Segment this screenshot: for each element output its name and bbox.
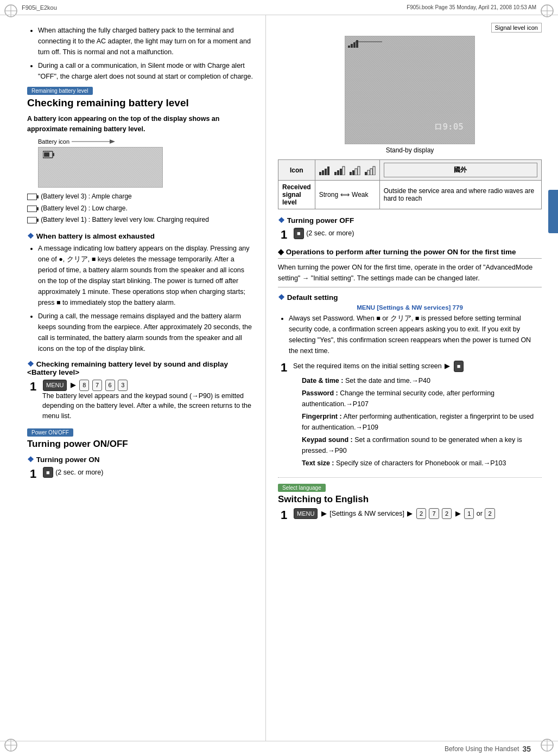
sig-icon-2 <box>350 165 360 175</box>
exhausted-body-2: During a call, the message remains displ… <box>38 311 253 354</box>
turning-off-step: 1 ■ (2 sec. or more) <box>278 228 542 242</box>
step-arrow: ▶ <box>445 361 450 371</box>
default-bullet: Always set Password. When ■ or クリア, ■ is… <box>289 313 542 356</box>
battery-heading: Checking remaining battery level <box>27 97 253 110</box>
select-language-section: Select language Switching to English 1 M… <box>278 483 542 522</box>
svg-marker-13 <box>110 139 115 144</box>
svg-rect-35 <box>352 170 354 175</box>
file-info: F905i.book Page 35 Monday, April 21, 200… <box>407 4 536 10</box>
sig-icon-3 <box>334 165 345 175</box>
step-num-1: 1 <box>27 467 39 481</box>
key-7b: 7 <box>429 508 439 520</box>
select-language-heading: Switching to English <box>278 494 542 505</box>
svg-rect-26 <box>319 172 321 175</box>
table-row-strong-weak: Strong ⟺ Weak <box>315 181 379 209</box>
battery-intro: A battery icon appearing on the top of t… <box>27 114 253 134</box>
page-number: 35 <box>522 745 531 753</box>
svg-rect-39 <box>367 170 370 175</box>
setting-keypad: Keypad sound : Set a confirmation sound … <box>302 434 542 456</box>
svg-rect-27 <box>322 170 324 175</box>
arrow-lang-1: ▶ <box>321 509 327 519</box>
footer-label: Before Using the Handset <box>445 745 519 753</box>
key-2c: 2 <box>485 508 494 520</box>
svg-rect-38 <box>365 172 367 175</box>
key-power-off: ■ <box>294 228 304 239</box>
key-menu-lang: MENU <box>294 508 318 520</box>
arrow-lang-2: ▶ <box>407 509 413 519</box>
svg-rect-36 <box>355 169 357 175</box>
weak-label: Weak <box>352 191 368 198</box>
battery-level-3: (Battery level 3) : Ample charge <box>27 191 253 203</box>
first-time-heading-wrapper: ◆ Operations to perform after turning th… <box>278 247 542 256</box>
table-header-outside: 國外 <box>379 160 541 181</box>
setting-fingerprint: Fingerprint : After performing authentic… <box>302 411 542 433</box>
standby-label: Stand-by display <box>278 146 542 154</box>
key-1: 1 <box>464 508 474 520</box>
svg-rect-41 <box>373 166 375 175</box>
turning-off-heading: Turning power OFF <box>278 216 542 225</box>
sig-icon-1 <box>365 165 376 175</box>
turning-on-step-label: (2 sec. or more) <box>55 469 103 476</box>
key-2: 2 <box>416 508 426 520</box>
turning-off-step-content: ■ (2 sec. or more) <box>293 228 354 239</box>
turning-on-section: Turning power ON 1 ■ (2 sec. or more) <box>27 455 253 481</box>
default-step-content: Set the required items on the initial se… <box>293 361 542 472</box>
setting-textsize: Text size : Specify size of characters f… <box>302 458 542 469</box>
svg-rect-31 <box>337 170 339 175</box>
left-column: When attaching the fully charged battery… <box>0 15 266 741</box>
table-row-outside-text: Outside the service area and where radio… <box>379 181 541 209</box>
signal-callout-wrap: Signal level icon <box>278 23 542 35</box>
or-label: or <box>477 510 485 517</box>
battery-icon-full <box>27 194 37 200</box>
turning-on-step-content: ■ (2 sec. or more) <box>42 467 103 478</box>
exhausted-body-1: A message indicating low battery appears… <box>38 243 253 308</box>
signal-icons <box>319 165 376 175</box>
step-number-1: 1 <box>27 380 39 394</box>
svg-rect-28 <box>325 169 327 175</box>
kanji-outside: 國外 <box>384 163 537 177</box>
menu-ref: MENU [Settings & NW services] 779 <box>278 304 542 311</box>
turning-off-section: Turning power OFF 1 ■ (2 sec. or more) <box>278 216 542 242</box>
svg-rect-37 <box>358 166 360 175</box>
key-7: 7 <box>92 380 102 391</box>
setting-datetime: Date & time : Set the date and time.→P40 <box>302 375 542 386</box>
header-bar: F905i_E2kou F905i.book Page 35 Monday, A… <box>0 0 558 15</box>
turning-on-step: 1 ■ (2 sec. or more) <box>27 467 253 481</box>
svg-rect-32 <box>340 169 342 175</box>
power-section: Power ON/OFF Turning power ON/OFF <box>27 428 253 450</box>
default-bullet-list: Always set Password. When ■ or クリア, ■ is… <box>278 313 542 356</box>
power-heading: Turning power ON/OFF <box>27 439 253 450</box>
right-column: Signal level icon <box>266 15 558 741</box>
step-lang-num: 1 <box>278 508 290 522</box>
step-off-num: 1 <box>278 228 290 242</box>
checking-step-1: 1 MENU ▶ 8 7 6 3 The battery level appea… <box>27 380 253 421</box>
phone-mockup: ロ9:05 <box>345 36 475 144</box>
step-default-num: 1 <box>278 361 290 375</box>
key-power-on: ■ <box>43 467 53 478</box>
turning-off-label: (2 sec. or more) <box>306 229 354 237</box>
select-lang-step-content: MENU ▶ [Settings & NW services] ▶ 2 7 2 … <box>293 508 496 520</box>
default-step-label: Set the required items on the initial se… <box>293 362 442 370</box>
select-language-badge: Select language <box>278 484 326 492</box>
checking-sound-heading: Checking remaining battery level by soun… <box>27 360 253 376</box>
bullet-item-1: When attaching the fully charged battery… <box>38 25 253 57</box>
battery-exhausted-section: When battery is almost exhausted A messa… <box>27 232 253 354</box>
battery-level-2: (Battery level 2) : Low charge. <box>27 203 253 215</box>
phone-display-area: Signal level icon <box>278 23 542 154</box>
checking-step-body: The battery level appears and the keypad… <box>42 392 251 420</box>
exhausted-heading: When battery is almost exhausted <box>27 232 253 240</box>
power-badge: Power ON/OFF <box>27 428 73 437</box>
separator <box>278 477 542 478</box>
arrows-icon: ⟺ <box>340 191 350 198</box>
default-setting-section: Default setting MENU [Settings & NW serv… <box>278 293 542 472</box>
strong-label: Strong <box>319 191 338 198</box>
key-2b: 2 <box>442 508 452 520</box>
first-time-heading: Operations to perform after turning the … <box>286 248 516 256</box>
key-8: 8 <box>79 380 89 391</box>
received-label: Receivedsignallevel <box>282 183 311 206</box>
first-time-section: ◆ Operations to perform after turning th… <box>278 247 542 287</box>
svg-rect-40 <box>370 169 372 175</box>
signal-callout-label: Signal level icon <box>491 23 542 33</box>
default-setting-heading: Default setting <box>278 293 542 302</box>
battery-level-1: (Battery level 1) : Battery level very l… <box>27 214 253 226</box>
